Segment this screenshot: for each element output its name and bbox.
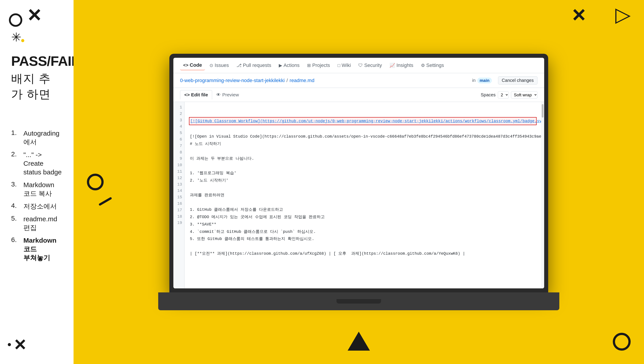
preview-tab[interactable]: 👁 Preview <box>212 90 243 99</box>
breadcrumb: 0-web-programming-review-node-start-jekk… <box>173 73 544 88</box>
code-line: 5. 또한 GitHub 클래스룸의 테스트를 통과하는지 확인하십시오. <box>189 235 536 243</box>
deco-dot-bottom <box>8 343 11 346</box>
file-name-link[interactable]: readme.md <box>290 78 314 83</box>
code-line: 이 과제는 두 부분으로 나뉩니다. <box>189 155 536 162</box>
line-number: 4 <box>173 123 184 130</box>
step-text: Autograding에서 <box>24 129 62 146</box>
step-item: 5.readme.md 편집 <box>11 215 62 232</box>
edit-file-tab[interactable]: <> Edit file <box>180 90 212 100</box>
code-icon: <> <box>183 63 188 68</box>
tab-insights[interactable]: 📈 Insights <box>386 61 416 70</box>
github-nav: <> Code ⊙ Issues ⎇ Pull requests ▶ Actio… <box>173 58 544 73</box>
deco-arrow-right-top-icon: ▷ <box>615 5 631 25</box>
softwrap-select[interactable]: Soft wrap No wrap <box>511 91 538 99</box>
code-line <box>189 162 536 170</box>
code-line: 4. `commit`하고 GitHub 클래스룸으로 다시 `push` 하십… <box>189 228 536 235</box>
repo-link[interactable]: 0-web-programming-review-node-start-jekk… <box>180 78 284 83</box>
edit-file-icon: <> <box>184 92 190 98</box>
step-num: 3. <box>11 180 24 188</box>
step-num: 5. <box>11 215 24 222</box>
code-line: 과제를 완료하려면 <box>189 192 536 199</box>
laptop-screen: <> Code ⊙ Issues ⎇ Pull requests ▶ Actio… <box>173 58 544 288</box>
laptop-base-notch <box>336 299 381 303</box>
step-num: 6. <box>11 236 24 244</box>
code-line: [![Open in Visual Studio Code](https://c… <box>189 133 536 140</box>
code-line: [![GitHub Classroom Workflow](https://gi… <box>189 117 536 125</box>
tab-code-label: Code <box>190 62 202 68</box>
line-number: 6 <box>173 136 184 143</box>
projects-icon: ⊞ <box>307 63 311 68</box>
deco-circle-left-icon <box>87 174 104 190</box>
actions-icon: ▶ <box>279 63 282 68</box>
code-line: # 노드 시작하기 <box>189 140 536 148</box>
line-number: 12 <box>173 175 184 181</box>
line-number: 14 <box>173 188 184 194</box>
preview-label: Preview <box>222 92 239 98</box>
tab-actions-label: Actions <box>284 63 300 68</box>
tab-settings-label: Settings <box>426 63 444 68</box>
code-line: 1. '웹프로그래밍 복습' <box>189 170 536 177</box>
security-icon: 🛡 <box>358 63 363 68</box>
tab-projects[interactable]: ⊞ Projects <box>304 61 333 70</box>
code-line <box>189 199 536 206</box>
step-item: 1.Autograding에서 <box>11 129 62 146</box>
laptop-base <box>158 292 559 310</box>
deco-triangle-bottom-icon <box>348 332 370 351</box>
deco-circle-right-bottom-icon <box>613 333 631 351</box>
branch-in-label: in <box>472 78 476 83</box>
pull-requests-icon: ⎇ <box>236 63 242 68</box>
tab-settings[interactable]: ⚙ Settings <box>418 61 447 70</box>
laptop-container: <> Code ⊙ Issues ⎇ Pull requests ▶ Actio… <box>158 54 559 310</box>
tab-wiki-label: Wiki <box>342 63 351 68</box>
deco-circle-top-icon <box>9 13 22 27</box>
tab-actions[interactable]: ▶ Actions <box>276 61 302 70</box>
spaces-select[interactable]: 2 4 <box>498 91 509 99</box>
line-number: 17 <box>173 207 184 213</box>
tab-code[interactable]: <> Code <box>180 61 205 70</box>
line-number: 7 <box>173 143 184 149</box>
line-number: 16 <box>173 200 184 207</box>
deco-x-top-icon: ✕ <box>27 7 42 25</box>
step-text: Markdown 코드부쳐놓기 <box>24 236 62 262</box>
line-number: 1 <box>173 104 184 111</box>
step-item: 6.Markdown 코드부쳐놓기 <box>11 236 62 262</box>
tab-security[interactable]: 🛡 Security <box>355 61 385 70</box>
step-num: 2. <box>11 150 24 158</box>
deco-x-bottom-icon: ✕ <box>13 337 26 353</box>
tab-issues[interactable]: ⊙ Issues <box>206 61 232 70</box>
line-number: 5 <box>173 130 184 136</box>
editor-toolbar: <> Edit file 👁 Preview Spaces 2 4 <box>173 88 544 102</box>
tab-projects-label: Projects <box>312 63 330 68</box>
tab-issues-label: Issues <box>214 63 229 68</box>
line-number: 9 <box>173 155 184 162</box>
line-number: 11 <box>173 168 184 175</box>
scrollbar-thumb <box>542 104 544 118</box>
line-numbers: 12345678910111213141516171819 <box>173 102 184 288</box>
settings-icon: ⚙ <box>421 63 425 68</box>
step-text: readme.md 편집 <box>24 215 62 232</box>
wiki-icon: □ <box>338 63 340 68</box>
line-number: 13 <box>173 181 184 188</box>
deco-asterisk-icon: ✳ <box>11 31 22 44</box>
code-line <box>189 184 536 192</box>
code-content[interactable]: [![GitHub Classroom Workflow](https://gi… <box>184 102 541 288</box>
line-number: 8 <box>173 149 184 156</box>
branch-area: in main Cancel changes <box>472 76 538 85</box>
code-line <box>189 148 536 155</box>
deco-dash-left-icon <box>98 197 112 206</box>
scrollbar[interactable] <box>541 102 544 288</box>
cancel-changes-button[interactable]: Cancel changes <box>498 76 538 85</box>
left-panel: ✕ ✳ PASS/FAIL 배지 추가 하면 1.Autograding에서2.… <box>0 0 74 364</box>
line-number: 2 <box>173 111 184 117</box>
step-num: 1. <box>11 129 24 137</box>
code-editor: 12345678910111213141516171819 [![GitHub … <box>173 102 544 288</box>
line-number: 15 <box>173 194 184 200</box>
code-line: 3. **SAVE** <box>189 221 536 228</box>
tab-wiki[interactable]: □ Wiki <box>334 61 354 70</box>
preview-icon: 👁 <box>216 92 221 98</box>
breadcrumb-sep: / <box>286 78 288 83</box>
brand-title: PASS/FAIL <box>11 54 62 69</box>
spaces-label: Spaces <box>481 92 496 98</box>
tab-pull-requests[interactable]: ⎇ Pull requests <box>233 61 274 70</box>
tab-pull-requests-label: Pull requests <box>243 63 271 68</box>
